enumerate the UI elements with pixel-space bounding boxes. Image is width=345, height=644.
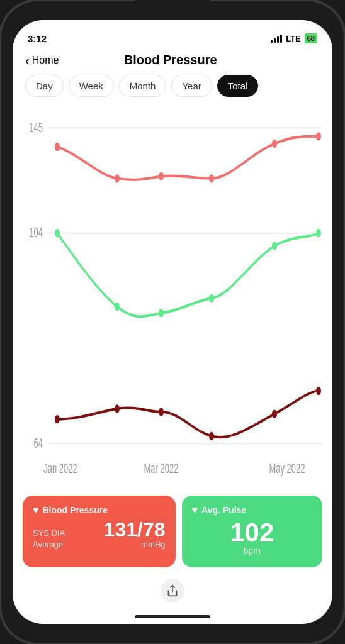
- bp-unit: mmHg: [104, 540, 166, 549]
- bottom-cards: ♥ Blood Pressure SYS DIA Average 131/78 …: [13, 491, 332, 575]
- svg-point-13: [272, 140, 277, 148]
- svg-text:104: 104: [29, 225, 43, 240]
- svg-point-11: [159, 172, 164, 180]
- svg-point-20: [316, 229, 321, 237]
- share-button[interactable]: [161, 579, 184, 602]
- svg-text:64: 64: [34, 435, 43, 450]
- notch: [135, 0, 210, 18]
- bp-sub-line1: SYS DIA: [33, 528, 65, 539]
- back-button[interactable]: ‹ Home: [25, 54, 59, 67]
- phone-frame: 3:12 LTE 68 ‹ Home Blood Pressure: [0, 0, 345, 644]
- bp-card-value-row: SYS DIA Average 131/78 mmHg: [33, 519, 166, 550]
- share-icon: [166, 584, 179, 597]
- status-bar: 3:12 LTE 68: [13, 20, 332, 48]
- signal-icon: [271, 34, 282, 43]
- period-tabs: Day Week Month Year Total: [13, 75, 332, 107]
- svg-text:Jan 2022: Jan 2022: [43, 461, 77, 476]
- blood-pressure-chart: 145 104 64 Jan 2022 Mar 2022 May 2022: [23, 107, 322, 486]
- blood-pressure-card: ♥ Blood Pressure SYS DIA Average 131/78 …: [23, 496, 176, 567]
- home-indicator: [13, 609, 332, 624]
- svg-point-21: [55, 415, 60, 423]
- back-label: Home: [32, 55, 59, 66]
- tab-month[interactable]: Month: [119, 75, 167, 97]
- svg-point-26: [316, 387, 321, 395]
- svg-point-25: [272, 410, 277, 418]
- svg-point-12: [209, 174, 214, 182]
- svg-point-17: [159, 309, 164, 317]
- svg-point-15: [55, 229, 60, 237]
- home-bar: [135, 615, 210, 618]
- pulse-card-value-area: 102 bpm: [192, 519, 312, 556]
- share-button-area: [13, 575, 332, 609]
- bp-right: 131/78 mmHg: [104, 519, 166, 550]
- pulse-heart-icon: ♥: [192, 504, 198, 516]
- svg-text:145: 145: [29, 120, 43, 135]
- status-icons: LTE 68: [271, 33, 317, 43]
- svg-text:Mar 2022: Mar 2022: [144, 461, 179, 476]
- tab-year[interactable]: Year: [171, 75, 212, 97]
- svg-point-23: [159, 408, 164, 416]
- svg-point-9: [55, 143, 60, 151]
- svg-point-24: [209, 432, 214, 440]
- svg-point-18: [209, 294, 214, 303]
- svg-point-19: [272, 242, 277, 250]
- pulse-card-header: ♥ Avg. Pulse: [192, 504, 312, 516]
- svg-point-16: [115, 303, 120, 311]
- bp-value: 131/78: [104, 519, 166, 540]
- page-title: Blood Pressure: [59, 53, 282, 67]
- tab-day[interactable]: Day: [25, 75, 64, 97]
- status-time: 3:12: [28, 33, 47, 44]
- avg-pulse-card: ♥ Avg. Pulse 102 bpm: [182, 496, 322, 567]
- lte-label: LTE: [286, 34, 301, 43]
- back-chevron-icon: ‹: [25, 54, 30, 67]
- tab-week[interactable]: Week: [69, 75, 114, 97]
- battery-icon: 68: [305, 33, 317, 43]
- phone-screen: 3:12 LTE 68 ‹ Home Blood Pressure: [13, 20, 332, 624]
- svg-point-22: [115, 404, 120, 413]
- bp-card-header: ♥ Blood Pressure: [33, 504, 166, 516]
- bp-sub-line2: Average: [33, 539, 65, 550]
- pulse-value: 102: [192, 519, 312, 546]
- pulse-unit: bpm: [192, 546, 312, 556]
- header: ‹ Home Blood Pressure: [13, 48, 332, 75]
- tab-total[interactable]: Total: [217, 75, 259, 97]
- heart-icon: ♥: [33, 504, 39, 516]
- svg-text:May 2022: May 2022: [269, 461, 305, 476]
- svg-point-10: [115, 174, 120, 182]
- pulse-card-label: Avg. Pulse: [201, 505, 246, 515]
- bp-card-sub: SYS DIA Average: [33, 528, 65, 550]
- chart-area: 145 104 64 Jan 2022 Mar 2022 May 2022: [13, 107, 332, 491]
- bp-card-label: Blood Pressure: [43, 505, 108, 515]
- svg-point-14: [316, 132, 321, 140]
